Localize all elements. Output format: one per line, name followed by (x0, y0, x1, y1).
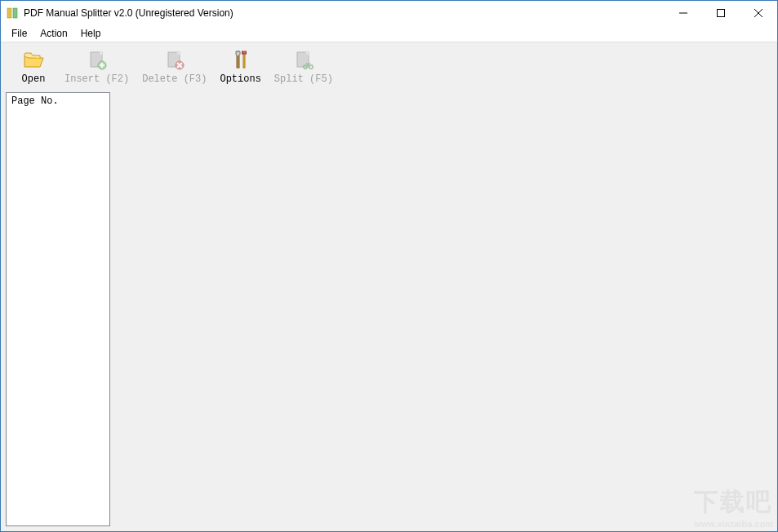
title-bar: PDF Manual Splitter v2.0 (Unregistered V… (1, 1, 777, 25)
minimize-button[interactable] (665, 1, 702, 25)
options-button[interactable]: Options (213, 47, 267, 86)
svg-rect-3 (718, 10, 725, 17)
window-title: PDF Manual Splitter v2.0 (Unregistered V… (24, 7, 665, 19)
svg-rect-0 (7, 8, 11, 18)
app-icon (6, 7, 19, 20)
svg-rect-17 (243, 53, 245, 68)
open-label: Open (22, 73, 46, 85)
split-label: Split (F5) (274, 73, 333, 85)
menu-file[interactable]: File (6, 26, 33, 41)
split-button[interactable]: Split (F5) (268, 47, 340, 86)
delete-button[interactable]: Delete (F3) (136, 47, 213, 86)
svg-rect-1 (13, 8, 17, 18)
preview-area (110, 92, 772, 526)
svg-rect-19 (297, 52, 309, 67)
folder-open-icon (22, 49, 45, 72)
tools-icon (229, 49, 252, 72)
content-area: Page No. (1, 87, 777, 531)
window-controls (665, 1, 777, 25)
open-button[interactable]: Open (9, 47, 58, 86)
page-split-icon (292, 49, 315, 72)
options-label: Options (220, 73, 260, 85)
menu-action[interactable]: Action (34, 26, 73, 41)
close-button[interactable] (740, 1, 777, 25)
menu-bar: File Action Help (1, 25, 777, 42)
insert-label: Insert (F2) (64, 73, 129, 85)
page-delete-icon (163, 49, 186, 72)
insert-button[interactable]: Insert (F2) (58, 47, 136, 86)
page-list[interactable]: Page No. (6, 92, 110, 526)
page-insert-icon (86, 49, 109, 72)
svg-rect-18 (242, 51, 246, 54)
toolbar: Open Insert (F2) Delete (F3) (1, 42, 777, 87)
page-list-header: Page No. (7, 93, 109, 109)
menu-help[interactable]: Help (75, 26, 107, 41)
maximize-button[interactable] (702, 1, 740, 25)
delete-label: Delete (F3) (142, 73, 207, 85)
